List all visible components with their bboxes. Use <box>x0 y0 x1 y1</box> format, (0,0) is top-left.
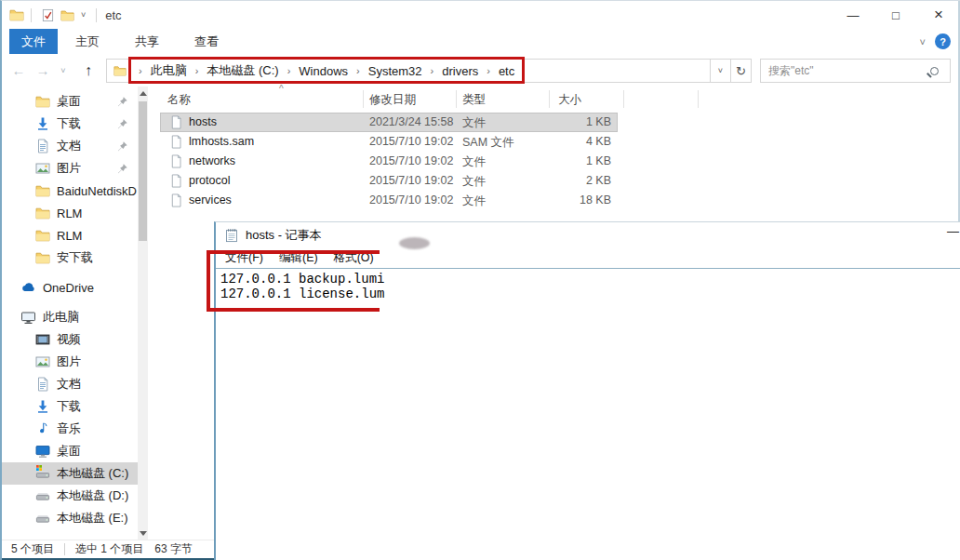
file-size: 1 KB <box>523 154 611 167</box>
sidebar-item-documents[interactable]: 文档 <box>2 373 138 395</box>
sidebar-item-desktop-pinned[interactable]: 桌面 <box>2 90 138 113</box>
sidebar-item-drive-d[interactable]: 本地磁盘 (D:) <box>2 485 138 507</box>
file-row-protocol[interactable]: protocol 2015/7/10 19:02 文件 2 KB <box>151 171 960 191</box>
titlebar-divider <box>31 8 32 22</box>
sidebar-item-rlm-1[interactable]: RLM <box>2 202 138 224</box>
breadcrumb-system32[interactable]: System32 <box>367 64 424 78</box>
selection-size: 63 字节 <box>154 541 193 557</box>
breadcrumb-separator: › <box>424 65 441 76</box>
notepad-menubar: 文件(F) 编辑(E) 格式(O) <box>216 248 960 268</box>
file-size: 18 KB <box>523 193 611 207</box>
sidebar-item-this-pc[interactable]: 此电脑 <box>2 306 138 328</box>
column-divider[interactable] <box>623 90 624 108</box>
download-icon <box>35 399 50 414</box>
column-name[interactable]: 名称 <box>167 92 191 108</box>
expand-ribbon-icon[interactable]: ˅ <box>920 36 926 47</box>
sidebar-item-anxiazai[interactable]: 安下载 <box>2 247 138 269</box>
sidebar-item-drive-c[interactable]: 本地磁盘 (C:) <box>2 462 138 485</box>
maximize-button[interactable]: □ <box>874 1 917 29</box>
quick-access-properties-icon[interactable] <box>41 8 55 22</box>
column-size[interactable]: 大小 <box>558 92 581 108</box>
minimize-button[interactable]: — <box>832 1 874 29</box>
navigation-bar: ← → ˅ ↑ › 此电脑 › 本地磁盘 (C:) › Windows › Sy… <box>2 54 960 87</box>
help-icon[interactable]: ? <box>935 33 951 49</box>
column-divider[interactable] <box>698 90 699 108</box>
sidebar-item-baidunetdisk[interactable]: BaiduNetdiskD <box>2 180 138 202</box>
quick-access-customize-icon[interactable]: ˅ <box>81 10 86 20</box>
scroll-up-icon[interactable] <box>138 87 148 100</box>
scrollbar-thumb[interactable] <box>139 101 147 241</box>
tab-home[interactable]: 主页 <box>58 29 117 54</box>
breadcrumb-drive-c[interactable]: 本地磁盘 (C:) <box>205 62 280 79</box>
folder-icon <box>35 250 50 265</box>
notepad-titlebar[interactable]: hosts - 记事本 — <box>216 222 960 248</box>
pictures-icon <box>35 161 50 176</box>
sidebar-item-downloads-pinned[interactable]: 下载 <box>2 113 138 135</box>
menu-file[interactable]: 文件(F) <box>225 250 263 266</box>
close-button[interactable]: × <box>917 1 960 29</box>
sidebar-item-music[interactable]: 音乐 <box>2 418 138 440</box>
forward-button[interactable]: → <box>32 54 54 87</box>
column-date-modified[interactable]: 修改日期 <box>369 92 416 108</box>
column-type[interactable]: 类型 <box>462 92 486 108</box>
sidebar-item-rlm-2[interactable]: RLM <box>2 224 138 247</box>
notepad-window: hosts - 记事本 — 文件(F) 编辑(E) 格式(O) 127.0.0.… <box>214 221 960 560</box>
menu-format[interactable]: 格式(O) <box>334 250 374 266</box>
sidebar-item-label: RLM <box>57 207 82 220</box>
file-type: SAM 文件 <box>462 135 514 151</box>
hosts-line-1: 127.0.0.1 backup.lumi <box>220 272 960 287</box>
file-row-hosts[interactable]: hosts 2021/3/24 15:58 文件 1 KB <box>151 113 960 132</box>
address-bar[interactable]: › 此电脑 › 本地磁盘 (C:) › Windows › System32 ›… <box>106 59 711 83</box>
breadcrumb-drivers[interactable]: drivers <box>440 64 480 78</box>
file-name: services <box>189 193 232 207</box>
breadcrumb-windows[interactable]: Windows <box>297 64 350 78</box>
up-button[interactable]: ↑ <box>76 54 100 87</box>
file-size: 1 KB <box>523 115 611 128</box>
search-icon[interactable] <box>930 67 939 75</box>
sidebar-item-label: 下载 <box>57 115 81 132</box>
file-row-lmhosts[interactable]: lmhosts.sam 2015/7/10 19:02 SAM 文件 4 KB <box>151 132 960 152</box>
back-button[interactable]: ← <box>7 54 30 87</box>
sidebar-item-documents-pinned[interactable]: 文档 <box>2 135 138 157</box>
sidebar-item-drive-e[interactable]: 本地磁盘 (E:) <box>2 507 138 529</box>
sidebar-item-desktop[interactable]: 桌面 <box>2 440 138 462</box>
address-folder-icon <box>113 64 127 77</box>
file-row-networks[interactable]: networks 2015/7/10 19:02 文件 1 KB <box>151 152 960 171</box>
sidebar-item-label: 下载 <box>57 398 81 415</box>
column-divider[interactable] <box>363 90 364 108</box>
notepad-text-area[interactable]: 127.0.0.1 backup.lumi 127.0.0.1 license.… <box>216 269 960 301</box>
navigation-pane: 桌面 下载 文档 图片 BaiduNetdiskD RLM RLM <box>2 87 151 540</box>
sidebar-item-label: 桌面 <box>57 93 81 110</box>
sidebar-item-label: 文档 <box>57 376 81 393</box>
breadcrumb-etc[interactable]: etc <box>497 64 516 78</box>
sidebar-item-onedrive[interactable]: OneDrive <box>2 276 138 299</box>
sidebar-item-pictures[interactable]: 图片 <box>2 351 138 373</box>
sidebar-item-label: 此电脑 <box>43 309 79 326</box>
file-icon <box>169 115 183 129</box>
tab-view[interactable]: 查看 <box>177 29 236 54</box>
scroll-down-icon[interactable] <box>138 527 148 540</box>
recent-locations-icon[interactable]: ˅ <box>56 54 71 87</box>
file-icon <box>169 154 183 168</box>
column-divider[interactable] <box>456 90 457 108</box>
sort-ascending-icon[interactable]: ^ <box>279 84 284 94</box>
search-input[interactable] <box>761 64 930 77</box>
quick-access-new-folder-icon[interactable] <box>60 8 74 22</box>
breadcrumb-this-pc[interactable]: 此电脑 <box>149 62 189 79</box>
sidebar-item-pictures-pinned[interactable]: 图片 <box>2 157 138 180</box>
address-dropdown-icon[interactable]: ˅ <box>711 59 731 83</box>
file-row-services[interactable]: services 2015/7/10 19:02 文件 18 KB <box>151 191 960 210</box>
sidebar-item-videos[interactable]: 视频 <box>2 328 138 351</box>
sidebar-item-label: 图片 <box>57 160 81 177</box>
breadcrumb-separator: › <box>480 65 497 76</box>
refresh-icon[interactable]: ↻ <box>731 59 752 83</box>
sidebar-item-downloads[interactable]: 下载 <box>2 395 138 418</box>
drive-icon <box>35 488 50 503</box>
menu-edit[interactable]: 编辑(E) <box>279 250 318 266</box>
sidebar-scrollbar[interactable] <box>138 87 148 540</box>
column-divider[interactable] <box>549 90 550 108</box>
tab-file[interactable]: 文件 <box>9 29 58 54</box>
notepad-minimize-icon[interactable]: — <box>947 224 959 238</box>
tab-share[interactable]: 共享 <box>117 29 177 54</box>
file-date: 2015/7/10 19:02 <box>369 174 453 187</box>
